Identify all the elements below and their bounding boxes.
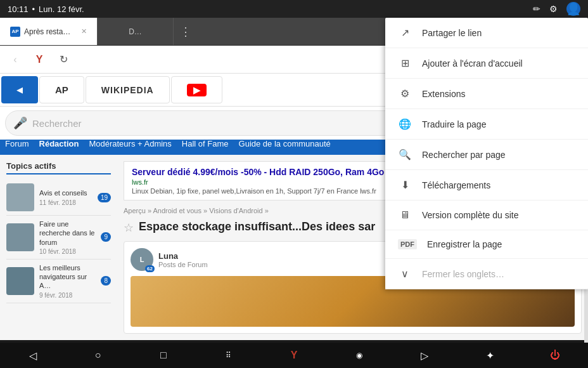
wikipedia-label: WIKIPEDIA (101, 85, 154, 95)
nav-recents-button[interactable]: □ (151, 343, 176, 368)
ap-label: AP (55, 84, 68, 95)
sidebar-item-title-0: Avis et conseils (39, 188, 93, 197)
nav-play-button[interactable]: ▷ (412, 343, 437, 368)
tab-0[interactable]: AP Après restaura… ✕ (0, 18, 98, 45)
sidebar-item-date-1: 10 févr. 2018 (39, 248, 96, 255)
sidebar-thumb-0 (6, 183, 34, 211)
tab-1[interactable]: D… (98, 18, 174, 45)
nav-apps-button[interactable]: ⠿ (216, 343, 241, 368)
extension-icon: ⚙ (398, 88, 412, 100)
comment-badge: 62 (145, 265, 155, 272)
sidebar-item-title-2: Les meilleurs navigateurs sur A… (39, 263, 96, 291)
account-icon: 👤 (566, 2, 580, 16)
sidebar-item-date-0: 11 févr. 2018 (39, 199, 93, 206)
dropdown-label-share: Partager le lien (422, 28, 482, 38)
share-icon: ↗ (398, 27, 412, 39)
bookmark-tab-wikipedia[interactable]: WIKIPEDIA (86, 76, 170, 103)
status-separator: • (32, 4, 35, 14)
chevron-down-icon: ∨ (398, 268, 412, 280)
nav-power-button[interactable]: ⏻ (542, 343, 568, 368)
dropdown-label-more: Fermer les onglets… (422, 269, 504, 279)
refresh-button[interactable]: ↻ (53, 49, 74, 70)
article-title: Espace stockage insuffisant...Des idees … (139, 220, 375, 234)
nav-chrome-button[interactable]: ◉ (347, 343, 372, 368)
dropdown-label-desktop: Version complète du site (422, 210, 519, 220)
nav-menu-forum[interactable]: Forum (5, 139, 29, 148)
thumb-img-1 (6, 223, 34, 251)
dropdown-label-extensions: Extensions (422, 89, 465, 99)
sidebar-item-text-1: Faire une recherche dans le forum 10 fév… (39, 220, 96, 255)
yandex-nav-icon: Y (29, 49, 49, 70)
download-icon: ⬇ (398, 179, 412, 191)
dropdown-item-desktop[interactable]: 🖥 Version complète du site (385, 200, 588, 230)
sidebar-item-2: Les meilleurs navigateurs sur A… 9 févr.… (6, 260, 111, 303)
bookmark-icon-0: ◀ (16, 85, 23, 95)
dropdown-label-translate: Traduire la page (422, 119, 486, 129)
comment-role: Posts de Forum (158, 261, 208, 268)
settings-icon: ⚙ (549, 4, 558, 14)
bookmark-tab-0[interactable]: ◀ (1, 76, 38, 103)
bookmark-tab-ap[interactable]: AP (39, 76, 84, 103)
tab-label-0: Après restaura… (24, 27, 75, 36)
nav-maps-button[interactable]: ✦ (477, 343, 502, 368)
tab-favicon-0: AP (10, 27, 20, 37)
sidebar: Topics actifs Avis et conseils 11 févr. … (0, 155, 117, 340)
avatar-initial: L (140, 256, 144, 263)
mic-icon[interactable]: 🎤 (13, 116, 27, 130)
sidebar-thumb-1 (6, 223, 34, 251)
dropdown-label-add-home: Ajouter à l'écran d'accueil (422, 58, 523, 69)
sidebar-title: Topics actifs (6, 161, 111, 174)
bookmark-tab-youtube[interactable]: ▶ (171, 76, 222, 103)
dropdown-label-save-page: Enregistrer la page (427, 239, 502, 249)
sidebar-item-0: Avis et conseils 11 févr. 2018 19 (6, 180, 111, 216)
nav-menu-redaction[interactable]: Rédaction (39, 139, 79, 148)
comment-avatar: L 62 (131, 248, 153, 271)
youtube-icon: ▶ (187, 84, 207, 96)
status-bar-left: 10:11 • Lun. 12 févr. (8, 4, 84, 14)
sidebar-badge-1: 9 (101, 232, 111, 242)
nav-menu-guide[interactable]: Guide de la communauté (239, 139, 331, 148)
dropdown-label-downloads: Téléchargements (422, 180, 490, 190)
dropdown-item-search-page[interactable]: 🔍 Rechercher par page (385, 140, 588, 170)
sidebar-thumb-2 (6, 267, 34, 295)
bottom-nav-bar: ◁ ○ □ ⠿ Y ◉ ▷ ✦ ⏻ (0, 343, 588, 368)
status-bar-right: ✏ ⚙ 👤 (533, 2, 580, 16)
comment-user-info: Luna Posts de Forum (158, 251, 208, 268)
dropdown-item-share[interactable]: ↗ Partager le lien (385, 18, 588, 48)
pdf-icon: PDF (398, 239, 417, 249)
dropdown-item-add-home[interactable]: ⊞ Ajouter à l'écran d'accueil (385, 48, 588, 79)
search-page-icon: 🔍 (398, 148, 412, 161)
dropdown-item-more[interactable]: ∨ Fermer les onglets… (385, 259, 588, 289)
tab-more-btn[interactable]: ⋮ (174, 18, 198, 45)
dropdown-item-extensions[interactable]: ⚙ Extensions (385, 79, 588, 109)
sidebar-badge-0: 19 (98, 193, 111, 202)
translate-icon: 🌐 (398, 118, 412, 130)
sidebar-item-text-0: Avis et conseils 11 févr. 2018 (39, 188, 93, 206)
nav-menu-hall[interactable]: Hall of Fame (182, 139, 229, 148)
dropdown-menu: ↗ Partager le lien ⊞ Ajouter à l'écran d… (385, 18, 588, 289)
sidebar-item-title-1: Faire une recherche dans le forum (39, 220, 96, 247)
status-time: 10:11 (8, 4, 29, 14)
edit-icon: ✏ (533, 4, 540, 14)
nav-yandex-button[interactable]: Y (281, 343, 307, 368)
dropdown-item-save-page[interactable]: PDF Enregistrer la page (385, 230, 588, 259)
dropdown-item-translate[interactable]: 🌐 Traduire la page (385, 109, 588, 140)
sidebar-item-1: Faire une recherche dans le forum 10 fév… (6, 216, 111, 260)
dropdown-label-search-page: Rechercher par page (422, 150, 506, 160)
sidebar-badge-2: 8 (101, 276, 111, 286)
nav-back-button[interactable]: ◁ (20, 343, 46, 368)
desktop-icon: 🖥 (398, 209, 412, 221)
nav-menu-moderateurs[interactable]: Modérateurs + Admins (89, 139, 171, 148)
back-button[interactable]: ‹ (5, 49, 25, 70)
thumb-img-2 (6, 267, 34, 295)
star-icon[interactable]: ☆ (124, 221, 134, 235)
nav-home-button[interactable]: ○ (86, 343, 111, 368)
tab-close-0[interactable]: ✕ (81, 27, 87, 36)
tab-label-1: D… (129, 27, 142, 36)
thumb-img-0 (6, 183, 34, 211)
add-home-icon: ⊞ (398, 57, 412, 69)
sidebar-item-date-2: 9 févr. 2018 (39, 292, 96, 299)
dropdown-item-downloads[interactable]: ⬇ Téléchargements (385, 170, 588, 200)
sidebar-item-text-2: Les meilleurs navigateurs sur A… 9 févr.… (39, 263, 96, 299)
status-bar: 10:11 • Lun. 12 févr. ✏ ⚙ 👤 (0, 0, 588, 18)
